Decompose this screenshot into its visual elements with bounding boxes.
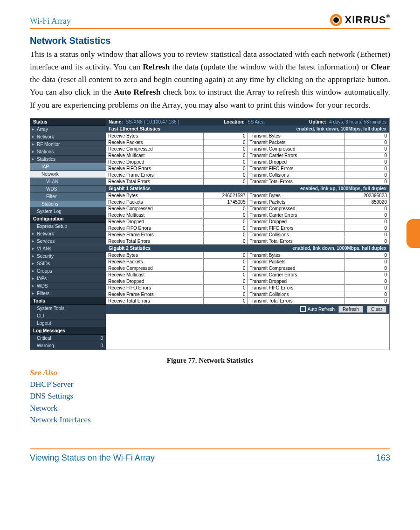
- nav-item[interactable]: Groups: [30, 268, 106, 275]
- see-also-link[interactable]: Network: [30, 402, 390, 414]
- checkbox-icon: [300, 306, 306, 312]
- stat-value: 0: [203, 165, 248, 172]
- header-rule: [30, 28, 390, 29]
- stat-value: 0: [345, 271, 389, 278]
- clear-button[interactable]: Clear: [367, 306, 386, 313]
- table-row: Receive Total Errors0Transmit Total Erro…: [106, 238, 389, 244]
- stats-table: Receive Bytes246021597Transmit Bytes2023…: [106, 192, 389, 245]
- stat-value: 0: [345, 218, 389, 225]
- stats-content: Name: SS-XN8 ( 10.100.47.186 ) Location:…: [106, 118, 389, 350]
- stat-label: Receive Frame Errors: [106, 231, 204, 238]
- refresh-button[interactable]: Refresh: [338, 306, 363, 313]
- nav-item[interactable]: SSIDs: [30, 260, 106, 268]
- stat-value: 0: [203, 225, 248, 231]
- info-bar: Name: SS-XN8 ( 10.100.47.186 ) Location:…: [106, 118, 389, 125]
- auto-refresh-toggle[interactable]: Auto Refresh: [300, 306, 335, 312]
- name-value: SS-XN8 ( 10.100.47.186 ): [126, 119, 179, 124]
- location-label: Location:: [224, 119, 245, 124]
- nav-item[interactable]: System Tools: [30, 305, 106, 312]
- stats-table: Receive Bytes0Transmit Bytes0Receive Pac…: [106, 252, 389, 304]
- stat-label: Receive Bytes: [106, 252, 204, 258]
- stat-label: Receive Frame Errors: [106, 172, 204, 178]
- stat-label: Transmit FIFO Errors: [248, 284, 345, 291]
- stat-label: Transmit Carrier Errors: [248, 212, 345, 218]
- nav-item[interactable]: CLI: [30, 312, 106, 320]
- name-label: Name:: [109, 119, 123, 124]
- figure-77: StatusArrayNetworkRF MonitorStationsStat…: [30, 118, 390, 365]
- nav-item[interactable]: Array: [30, 126, 106, 133]
- stats-section-header: Gigabit 1 Statisticsenabled, link up, 10…: [106, 185, 389, 192]
- nav-item[interactable]: RF Monitor: [30, 141, 106, 148]
- stat-value: 0: [203, 297, 248, 304]
- stat-label: Transmit Packets: [248, 258, 345, 265]
- uptime-value: 4 days, 3 hours, 53 minutes: [329, 119, 386, 124]
- nav-item[interactable]: Stations: [30, 200, 106, 208]
- nav-group-head: Tools: [30, 297, 106, 305]
- stat-label: Transmit Collisions: [248, 172, 345, 178]
- nav-item[interactable]: System Log: [30, 208, 106, 215]
- table-row: Receive FIFO Errors0Transmit FIFO Errors…: [106, 165, 389, 172]
- see-also-link[interactable]: DHCP Server: [30, 379, 390, 391]
- stats-section-header: Gigabit 2 Statisticsenabled, link down, …: [106, 245, 389, 252]
- stat-label: Receive Total Errors: [106, 178, 204, 185]
- nav-item[interactable]: Logout: [30, 320, 106, 327]
- stat-value: 0: [345, 172, 389, 178]
- nav-item[interactable]: Network: [30, 230, 106, 238]
- stat-value: 0: [345, 152, 389, 158]
- stat-label: Transmit Compressed: [248, 205, 345, 212]
- nav-item[interactable]: Express Setup: [30, 223, 106, 230]
- stat-value: 0: [345, 252, 389, 258]
- nav-item[interactable]: Warning0: [30, 342, 106, 350]
- nav-item[interactable]: Network: [30, 171, 106, 178]
- table-row: Receive Compressed0Transmit Compressed0: [106, 205, 389, 212]
- nav-item[interactable]: Security: [30, 253, 106, 260]
- stat-value: 0: [345, 258, 389, 265]
- stat-label: Receive Packets: [106, 199, 204, 205]
- nav-group-head: Status: [30, 118, 106, 126]
- nav-item[interactable]: Critical0: [30, 335, 106, 342]
- see-also-link[interactable]: DNS Settings: [30, 390, 390, 402]
- table-row: Receive Bytes0Transmit Bytes0: [106, 252, 389, 258]
- nav-item[interactable]: IAP: [30, 163, 106, 171]
- nav-item[interactable]: Statistics: [30, 156, 106, 163]
- nav-item[interactable]: Filter: [30, 193, 106, 200]
- stat-label: Receive FIFO Errors: [106, 165, 204, 172]
- stat-value: 0: [345, 139, 389, 145]
- nav-item[interactable]: VLAN: [30, 178, 106, 186]
- nav-item[interactable]: Network: [30, 133, 106, 141]
- stat-value: 202395823: [345, 192, 389, 199]
- stat-label: Transmit Total Errors: [248, 297, 345, 304]
- nav-item[interactable]: Stations: [30, 148, 106, 156]
- nav-item[interactable]: Services: [30, 238, 106, 245]
- stat-label: Transmit Total Errors: [248, 178, 345, 185]
- stat-label: Transmit Collisions: [248, 291, 345, 297]
- logo-text: XIRRUS®: [345, 14, 391, 26]
- stat-value: 0: [203, 252, 248, 258]
- stat-value: 0: [203, 158, 248, 165]
- table-row: Receive Packets1745005Transmit Packets85…: [106, 199, 389, 205]
- table-row: Receive Multicast0Transmit Carrier Error…: [106, 271, 389, 278]
- stat-label: Transmit Carrier Errors: [248, 271, 345, 278]
- nav-item[interactable]: VLANs: [30, 245, 106, 253]
- table-row: Receive Dropped0Transmit Dropped0: [106, 218, 389, 225]
- nav-item[interactable]: Filters: [30, 290, 106, 297]
- nav-item[interactable]: IAPs: [30, 275, 106, 282]
- see-also-link[interactable]: Network Interfaces: [30, 414, 390, 426]
- stat-value: 0: [345, 231, 389, 238]
- stat-label: Receive Compressed: [106, 265, 204, 271]
- stat-label: Transmit Collisions: [248, 231, 345, 238]
- stat-value: 0: [203, 139, 248, 145]
- stat-label: Receive FIFO Errors: [106, 284, 204, 291]
- auto-refresh-label: Auto Refresh: [308, 307, 335, 312]
- stat-value: 0: [203, 291, 248, 297]
- stat-label: Receive FIFO Errors: [106, 225, 204, 231]
- table-row: Receive Compressed0Transmit Compressed0: [106, 145, 389, 152]
- stat-label: Transmit FIFO Errors: [248, 165, 345, 172]
- stat-value: 246021597: [203, 192, 248, 199]
- table-row: Receive Compressed0Transmit Compressed0: [106, 265, 389, 271]
- stat-label: Receive Frame Errors: [106, 291, 204, 297]
- stat-value: 0: [345, 291, 389, 297]
- nav-item[interactable]: WDS: [30, 282, 106, 290]
- stat-label: Transmit Packets: [248, 139, 345, 145]
- nav-item[interactable]: WDS: [30, 186, 106, 193]
